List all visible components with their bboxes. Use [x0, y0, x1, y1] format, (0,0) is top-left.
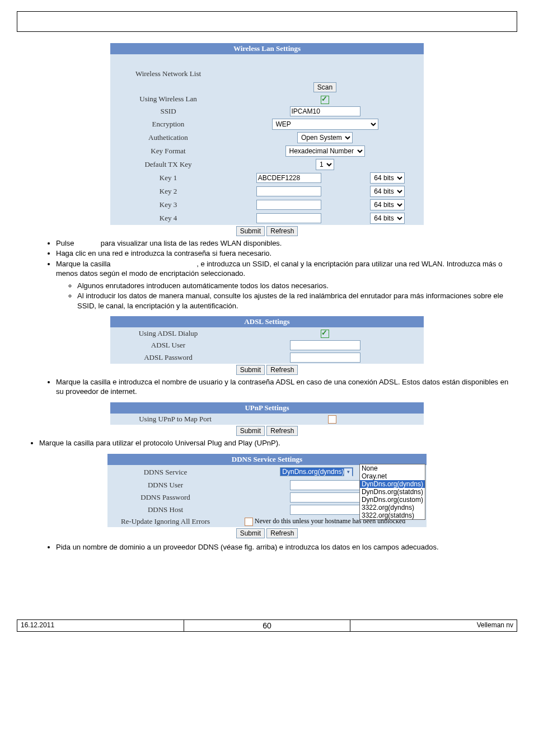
key3-label: Key 3 — [110, 198, 226, 212]
adsl-user-label: ADSL User — [110, 339, 226, 351]
footer-company: Velleman nv — [350, 620, 517, 631]
adsl-refresh-button[interactable]: Refresh — [266, 365, 298, 375]
chevron-down-icon: ▾ — [344, 468, 352, 476]
instr-ddns: Pida un nombre de dominio a un proveedor… — [56, 542, 517, 552]
key4-bits-select[interactable]: 64 bits — [370, 213, 405, 224]
key2-input[interactable] — [256, 186, 321, 196]
footer-date: 16.12.2011 — [17, 620, 184, 631]
ddns-service-options[interactable]: None Oray.net DynDns.org(dyndns) DynDns.… — [359, 464, 425, 520]
adsl-settings-table: ADSL Settings Using ADSL Dialup ADSL Use… — [110, 316, 424, 376]
adsl-using-label: Using ADSL Dialup — [110, 327, 226, 339]
upnp-submit-button[interactable]: Submit — [236, 426, 265, 436]
key3-input[interactable] — [256, 200, 321, 210]
authentication-select[interactable]: Open System — [297, 132, 353, 143]
wlan-settings-table: Wireless Lan Settings Wireless Network L… — [110, 43, 424, 237]
wlan-network-list-label: Wireless Network List — [110, 54, 226, 93]
authentication-label: Authetication — [110, 131, 226, 144]
default-tx-key-label: Default TX Key — [110, 158, 226, 171]
key2-bits-select[interactable]: 64 bits — [370, 186, 405, 197]
page-header-box — [17, 11, 517, 32]
wlan-refresh-button[interactable]: Refresh — [266, 226, 298, 236]
key-format-select[interactable]: Hexadecimal Number — [285, 145, 365, 157]
instr-sub-auto: Algunos enrutadores introducen automátic… — [77, 281, 517, 291]
ssid-label: SSID — [110, 105, 226, 118]
key3-bits-select[interactable]: 64 bits — [370, 199, 405, 210]
upnp-header: UPnP Settings — [110, 402, 424, 414]
footer-page: 60 — [184, 620, 351, 631]
ddns-user-input[interactable] — [290, 480, 360, 490]
ddns-option-3322-stat[interactable]: 3322.org(statdns) — [360, 511, 425, 519]
ddns-refresh-button[interactable]: Refresh — [266, 528, 298, 538]
adsl-password-input[interactable] — [290, 353, 360, 363]
ddns-option-dyndns-dyn[interactable]: DynDns.org(dyndns) — [360, 480, 425, 488]
key1-label: Key 1 — [110, 171, 226, 185]
upnp-settings-table: UPnP Settings Using UPnP to Map Port Sub… — [110, 402, 424, 438]
ddns-option-3322-dyn[interactable]: 3322.org(dyndns) — [360, 504, 425, 511]
ddns-submit-button[interactable]: Submit — [236, 528, 265, 538]
ddns-user-label: DDNS User — [107, 479, 223, 491]
adsl-password-label: ADSL Password — [110, 351, 226, 364]
instr-sub-manual: Al introducir los datos de manera manual… — [77, 291, 517, 311]
upnp-refresh-button[interactable]: Refresh — [266, 426, 298, 436]
upnp-using-label: Using UPnP to Map Port — [110, 414, 240, 425]
encryption-label: Encryption — [110, 118, 226, 131]
default-tx-key-select[interactable]: 1 — [316, 159, 334, 170]
wlan-submit-button[interactable]: Submit — [236, 226, 265, 236]
key2-label: Key 2 — [110, 185, 226, 198]
ssid-input[interactable] — [290, 106, 360, 116]
instr-click-net: Haga clic en una red e introduzca la con… — [56, 248, 517, 259]
ddns-host-input[interactable] — [290, 505, 360, 515]
instr-upnp: Marque la casilla para utilizar el proto… — [39, 438, 517, 448]
adsl-using-checkbox[interactable] — [321, 330, 329, 338]
ddns-password-label: DDNS Password — [107, 491, 223, 504]
using-wlan-label: Using Wireless Lan — [110, 93, 226, 105]
ddns-option-dyndns-custom[interactable]: DynDns.org(custom) — [360, 496, 425, 504]
scan-button[interactable]: Scan — [313, 82, 336, 92]
ddns-option-none[interactable]: None — [360, 464, 425, 472]
ddns-reupdate-checkbox[interactable] — [245, 518, 253, 526]
wlan-header: Wireless Lan Settings — [110, 43, 424, 54]
ddns-option-oray[interactable]: Oray.net — [360, 472, 425, 480]
ddns-password-input[interactable] — [290, 492, 360, 503]
key1-bits-select[interactable]: 64 bits — [370, 172, 405, 184]
ddns-service-label: DDNS Service — [107, 465, 223, 479]
upnp-using-checkbox[interactable] — [328, 415, 336, 424]
ddns-option-dyndns-stat[interactable]: DynDns.org(statdns) — [360, 488, 425, 496]
adsl-user-input[interactable] — [290, 340, 360, 350]
page-footer: 16.12.2011 60 Velleman nv — [17, 619, 517, 632]
using-wlan-checkbox[interactable] — [321, 96, 329, 104]
instr-pulse: Pulse para visualizar una lista de las r… — [56, 238, 517, 248]
ddns-header: DDNS Service Settings — [107, 454, 427, 465]
key1-input[interactable] — [256, 173, 321, 183]
ddns-host-label: DDNS Host — [107, 504, 223, 516]
encryption-select[interactable]: WEP — [272, 119, 378, 130]
instr-check-box: Marque la casilla , e introduzca un SSID… — [56, 259, 517, 311]
ddns-service-select[interactable]: DynDns.org(dyndns)▾ — [280, 467, 353, 476]
ddns-reupdate-label: Re-Update Ignoring All Errors — [107, 516, 223, 527]
adsl-header: ADSL Settings — [110, 316, 424, 327]
key4-label: Key 4 — [110, 212, 226, 225]
key4-input[interactable] — [256, 213, 321, 223]
instr-adsl: Marque la casilla e introduzca el nombre… — [56, 377, 517, 397]
key-format-label: Key Format — [110, 144, 226, 158]
adsl-submit-button[interactable]: Submit — [236, 365, 265, 375]
